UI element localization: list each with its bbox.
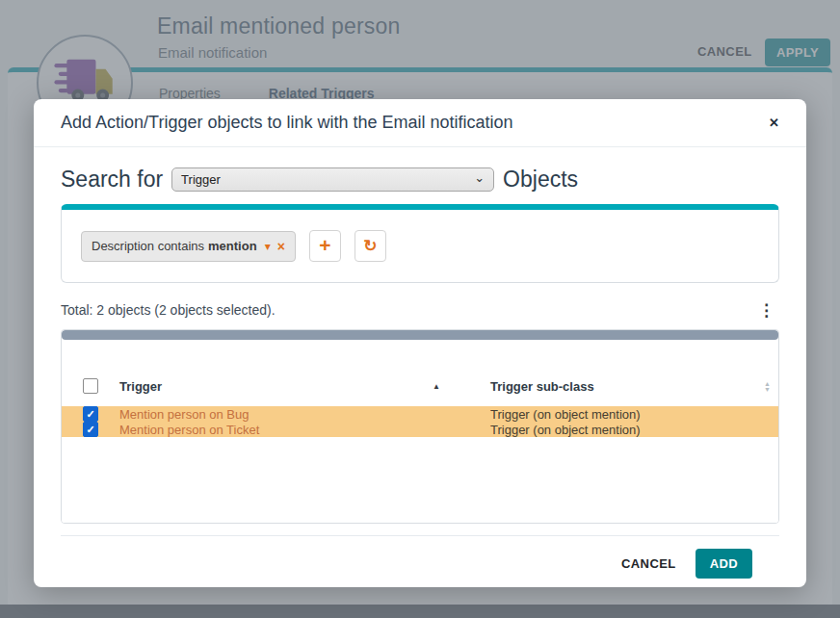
objects-table: Trigger ▲ Trigger sub-class ▲ ▼ ✓ Mentio… [61, 329, 779, 524]
search-for-label: Search for [61, 167, 163, 193]
total-row: Total: 2 objects (2 objects selected). ⋮ [61, 298, 779, 322]
object-type-select[interactable]: Trigger ⌄ [171, 167, 494, 192]
chevron-down-icon: ⌄ [474, 171, 485, 184]
object-type-selected-value: Trigger [181, 172, 221, 187]
sort-both-icon[interactable]: ▲ ▼ [764, 381, 771, 393]
row-checkbox[interactable]: ✓ [83, 422, 98, 437]
table-empty-space [62, 437, 778, 523]
column-header-trigger-subclass[interactable]: Trigger sub-class [490, 379, 594, 394]
table-rows: ✓ Mention person on Bug Trigger (on obje… [62, 406, 778, 437]
modal-add-button[interactable]: ADD [696, 549, 752, 579]
add-objects-modal: Add Action/Trigger objects to link with … [34, 99, 806, 587]
refresh-button[interactable]: ↻ [354, 230, 386, 262]
trigger-subclass-value: Trigger (on object mention) [490, 423, 641, 437]
table-row[interactable]: ✓ Mention person on Bug Trigger (on obje… [62, 406, 778, 422]
trigger-link[interactable]: Mention person on Bug [119, 407, 249, 422]
select-all-checkbox[interactable] [83, 378, 98, 394]
refresh-icon: ↻ [363, 238, 377, 254]
plus-icon: + [319, 235, 330, 255]
kebab-menu-icon[interactable]: ⋮ [754, 300, 779, 321]
close-icon[interactable]: ✕ [769, 116, 779, 129]
filter-chip-value: mention [208, 239, 257, 253]
add-filter-button[interactable]: + [309, 230, 341, 262]
trigger-subclass-value: Trigger (on object mention) [490, 407, 641, 422]
modal-title: Add Action/Trigger objects to link with … [61, 113, 513, 133]
trigger-link[interactable]: Mention person on Ticket [119, 423, 259, 437]
objects-label: Objects [503, 167, 578, 193]
chip-remove-icon[interactable]: × [277, 239, 285, 254]
table-row[interactable]: ✓ Mention person on Ticket Trigger (on o… [62, 422, 778, 437]
sort-down-glyph: ▼ [764, 387, 771, 393]
filter-panel: Description contains mention ▾ × + ↻ [61, 204, 779, 283]
search-row: Search for Trigger ⌄ Objects [61, 167, 779, 193]
column-header-trigger[interactable]: Trigger [119, 379, 162, 394]
row-checkbox[interactable]: ✓ [83, 406, 98, 422]
table-header-row: Trigger ▲ Trigger sub-class ▲ ▼ [62, 340, 778, 406]
sort-ascending-icon: ▲ [433, 382, 440, 391]
modal-body: Search for Trigger ⌄ Objects Description… [34, 147, 806, 591]
filter-chip-field: Description contains [92, 239, 204, 253]
modal-header: Add Action/Trigger objects to link with … [34, 99, 806, 147]
chip-caret-icon[interactable]: ▾ [265, 240, 271, 253]
filter-chip[interactable]: Description contains mention ▾ × [81, 231, 296, 262]
total-objects-text: Total: 2 objects (2 objects selected). [61, 302, 276, 318]
modal-footer: CANCEL ADD [61, 535, 779, 591]
modal-cancel-button[interactable]: CANCEL [621, 556, 676, 571]
horizontal-scrollbar[interactable] [62, 330, 778, 340]
